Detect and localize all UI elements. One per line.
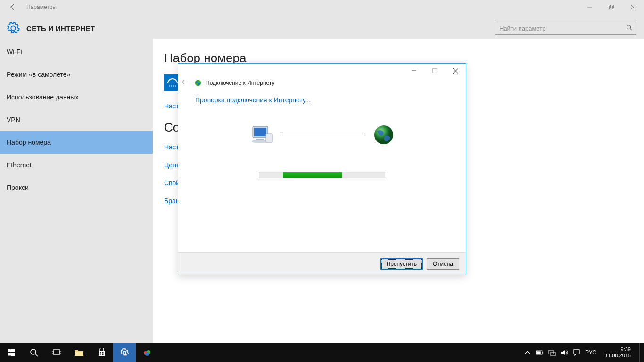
- sidebar-item-wifi[interactable]: Wi-Fi: [0, 41, 153, 63]
- clock-date: 11.08.2015: [605, 353, 631, 359]
- svg-point-12: [196, 81, 198, 83]
- clock-time: 9:39: [605, 346, 631, 353]
- svg-rect-27: [52, 351, 53, 353]
- wizard-taskbar-button[interactable]: [136, 343, 158, 362]
- progress-bar: [259, 172, 385, 178]
- sidebar-item-proxy[interactable]: Прокси: [0, 176, 153, 199]
- dialog-header: Подключение к Интернету: [178, 78, 466, 90]
- network-globe-icon: [194, 79, 202, 87]
- svg-rect-34: [102, 354, 104, 355]
- dialog-graphic: [195, 124, 449, 145]
- skip-button[interactable]: Пропустить: [380, 258, 423, 270]
- svg-rect-10: [433, 69, 437, 73]
- svg-rect-1: [610, 6, 613, 9]
- volume-icon[interactable]: [561, 349, 568, 356]
- show-desktop-button[interactable]: [639, 343, 642, 362]
- dialog-title: Подключение к Интернету: [206, 80, 275, 86]
- svg-rect-20: [8, 349, 11, 352]
- action-center-icon[interactable]: [573, 349, 580, 356]
- sidebar-item-airplane[interactable]: Режим «в самолете»: [0, 63, 153, 86]
- svg-line-25: [35, 354, 38, 356]
- svg-rect-32: [102, 352, 104, 354]
- page-header: СЕТЬ И ИНТЕРНЕТ: [0, 14, 644, 39]
- gear-icon: [7, 22, 20, 35]
- search-input[interactable]: [495, 22, 636, 35]
- window-title: Параметры: [26, 4, 57, 10]
- dialog-titlebar: [178, 64, 466, 78]
- sidebar-item-dialup[interactable]: Набор номера: [0, 131, 153, 154]
- titlebar: Параметры: [0, 0, 644, 14]
- svg-rect-2: [611, 5, 614, 8]
- sidebar-item-data-usage[interactable]: Использование данных: [0, 86, 153, 108]
- svg-rect-22: [8, 353, 11, 356]
- sidebar-item-ethernet[interactable]: Ethernet: [0, 154, 153, 176]
- dialog-back-button: [182, 79, 190, 87]
- svg-point-19: [374, 125, 393, 144]
- computer-icon: [250, 124, 273, 145]
- svg-rect-33: [100, 354, 101, 355]
- dialog-message: Проверка подключения к Интернету...: [195, 96, 449, 104]
- start-button[interactable]: [0, 343, 23, 362]
- sidebar: Wi-Fi Режим «в самолете» Использование д…: [0, 39, 153, 343]
- sidebar-item-vpn[interactable]: VPN: [0, 108, 153, 131]
- svg-point-3: [627, 25, 631, 29]
- svg-point-24: [31, 349, 36, 354]
- globe-icon: [373, 124, 394, 145]
- back-button[interactable]: [6, 0, 20, 14]
- svg-rect-18: [266, 134, 272, 142]
- svg-point-13: [198, 82, 200, 84]
- svg-point-37: [145, 352, 149, 356]
- svg-point-11: [195, 80, 201, 86]
- explorer-button[interactable]: [68, 343, 91, 362]
- window-controls: [579, 0, 644, 14]
- svg-rect-26: [53, 350, 60, 354]
- svg-rect-28: [60, 351, 61, 353]
- svg-rect-31: [100, 352, 101, 354]
- dialog-footer: Пропустить Отмена: [178, 252, 466, 275]
- language-indicator[interactable]: РУС: [585, 349, 596, 356]
- connect-wizard-dialog: Подключение к Интернету Проверка подключ…: [178, 63, 466, 275]
- search-button[interactable]: [23, 343, 45, 362]
- store-button[interactable]: [91, 343, 113, 362]
- cancel-button[interactable]: Отмена: [427, 258, 459, 270]
- clock[interactable]: 9:39 11.08.2015: [601, 346, 635, 359]
- svg-line-4: [630, 29, 632, 31]
- svg-rect-39: [542, 352, 543, 354]
- svg-rect-23: [11, 353, 15, 356]
- dialog-minimize-button[interactable]: [404, 64, 424, 78]
- settings-taskbar-button[interactable]: [113, 343, 136, 362]
- maximize-button[interactable]: [601, 0, 622, 14]
- page-title: СЕТЬ И ИНТЕРНЕТ: [26, 25, 95, 33]
- network-icon[interactable]: [548, 349, 556, 356]
- svg-rect-21: [11, 349, 15, 352]
- taskbar: РУС 9:39 11.08.2015: [0, 343, 644, 362]
- progress-fill: [283, 172, 342, 178]
- svg-rect-40: [537, 351, 541, 354]
- svg-rect-29: [75, 352, 83, 356]
- minimize-button[interactable]: [579, 0, 601, 14]
- close-button[interactable]: [622, 0, 644, 14]
- search-icon: [626, 25, 633, 31]
- connection-line: [282, 135, 365, 135]
- dialog-maximize-button: [424, 64, 445, 78]
- battery-icon[interactable]: [536, 349, 544, 356]
- tray-chevron-icon[interactable]: [524, 349, 531, 356]
- dialog-close-button[interactable]: [445, 64, 466, 78]
- system-tray: РУС 9:39 11.08.2015: [524, 343, 644, 362]
- svg-rect-15: [254, 128, 266, 136]
- taskview-button[interactable]: [45, 343, 68, 362]
